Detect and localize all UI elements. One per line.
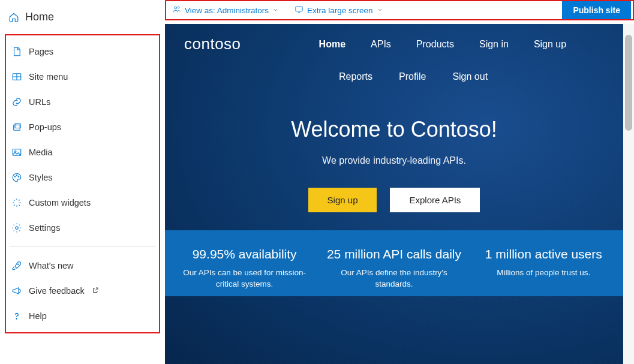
screensize-label: Extra large screen (307, 6, 373, 15)
nav-reports[interactable]: Reports (339, 71, 372, 82)
nav-signup[interactable]: Sign up (534, 39, 566, 50)
nav-signout[interactable]: Sign out (452, 71, 488, 82)
svg-rect-1 (14, 125, 20, 130)
sidebar-item-label: Media (29, 148, 53, 157)
publish-label: Publish site (573, 5, 620, 15)
publish-button[interactable]: Publish site (562, 1, 631, 19)
nav-products[interactable]: Products (416, 39, 454, 50)
stat-title: 1 million active users (474, 247, 614, 261)
viewas-label: View as: Administrators (185, 6, 269, 15)
svg-point-9 (18, 264, 19, 265)
megaphone-icon (11, 285, 23, 296)
help-icon (11, 311, 23, 321)
chevron-down-icon (272, 6, 279, 15)
svg-point-7 (18, 176, 19, 178)
svg-rect-13 (296, 7, 302, 11)
stat-users: 1 million active users Millions of peopl… (474, 247, 614, 290)
person-view-icon (172, 5, 181, 16)
nav-apis[interactable]: APIs (371, 39, 391, 50)
svg-point-5 (14, 176, 16, 178)
stat-title: 99.95% availability (175, 247, 314, 261)
sidebar-item-label: Site menu (29, 72, 68, 82)
main: View as: Administrators Extra large scre… (165, 0, 634, 364)
svg-point-12 (178, 7, 179, 8)
sidebar-item-label: Help (29, 311, 47, 321)
sidebar-item-urls[interactable]: URLs (6, 89, 159, 115)
nav-row-2: Reports Profile Sign out (184, 53, 609, 82)
svg-point-8 (16, 227, 19, 230)
stat-availability: 99.95% availability Our APIs can be used… (175, 247, 314, 290)
widget-icon (11, 197, 23, 208)
stats-row: 99.95% availability Our APIs can be used… (165, 230, 623, 296)
sidebar-item-label: Give feedback (29, 286, 85, 296)
popup-icon (11, 122, 23, 133)
explore-apis-button[interactable]: Explore APIs (390, 188, 480, 212)
media-icon (11, 147, 23, 158)
svg-point-6 (16, 175, 17, 176)
link-icon (11, 97, 23, 107)
monitor-icon (295, 5, 304, 16)
hero-buttons: Sign up Explore APIs (177, 188, 611, 212)
page-title: Home (25, 11, 54, 23)
divider (10, 246, 155, 247)
sidebar-item-feedback[interactable]: Give feedback (6, 278, 159, 303)
palette-icon (11, 172, 23, 183)
sidebar-item-media[interactable]: Media (6, 140, 159, 165)
external-link-icon (92, 286, 99, 296)
sidebar-item-styles[interactable]: Styles (6, 165, 159, 190)
stat-sub: Millions of people trust us. (474, 267, 614, 279)
nav-signin[interactable]: Sign in (479, 39, 509, 50)
sidebar-item-label: Pop-ups (29, 122, 61, 132)
sidebar: Home Pages Site menu URLs Pop-ups Media … (0, 0, 165, 364)
sidebar-item-pages[interactable]: Pages (6, 39, 159, 64)
svg-point-11 (175, 7, 177, 9)
home-icon (8, 12, 19, 23)
sidebar-item-whatsnew[interactable]: What's new (6, 253, 159, 278)
sidebar-item-label: What's new (29, 261, 74, 270)
sidebar-item-settings[interactable]: Settings (6, 215, 159, 240)
sidebar-item-widgets[interactable]: Custom widgets (6, 190, 159, 215)
hero-subtitle: We provide industry-leading APIs. (177, 155, 611, 166)
nav-row-1: Home APIs Products Sign in Sign up (319, 39, 567, 50)
sidebar-item-help[interactable]: Help (6, 303, 159, 329)
sidebar-item-label: Custom widgets (29, 198, 91, 207)
brand-logo[interactable]: contoso (184, 35, 241, 53)
screensize-dropdown[interactable]: Extra large screen (290, 5, 383, 16)
sidebar-item-label: Styles (29, 173, 53, 182)
scrollbar-thumb[interactable] (625, 35, 632, 131)
preview-wrap: contoso Home APIs Products Sign in Sign … (165, 24, 634, 364)
sidebar-item-popups[interactable]: Pop-ups (6, 115, 159, 140)
site-nav: contoso Home APIs Products Sign in Sign … (165, 24, 623, 82)
svg-point-10 (16, 318, 17, 319)
gear-icon (11, 222, 23, 233)
rocket-icon (11, 260, 23, 271)
preview-frame: contoso Home APIs Products Sign in Sign … (165, 24, 623, 364)
hero: Welcome to Contoso! We provide industry-… (165, 82, 623, 230)
nav-profile[interactable]: Profile (399, 71, 426, 82)
sidebar-item-sitemenu[interactable]: Site menu (6, 64, 159, 89)
hero-title: Welcome to Contoso! (177, 117, 611, 142)
sidebar-item-label: Pages (29, 47, 53, 56)
scrollbar[interactable] (623, 24, 634, 364)
menu-icon (11, 71, 23, 82)
page-icon (11, 46, 23, 57)
svg-rect-2 (15, 124, 20, 128)
stat-sub: Our APIs define the industry's standards… (324, 267, 464, 290)
nav-home[interactable]: Home (319, 39, 345, 50)
stat-apicalls: 25 million API calls daily Our APIs defi… (324, 247, 464, 290)
chevron-down-icon (377, 6, 383, 15)
sidebar-item-label: URLs (29, 97, 50, 107)
topbar: View as: Administrators Extra large scre… (165, 0, 634, 20)
sidebar-group: Pages Site menu URLs Pop-ups Media Style… (5, 34, 160, 333)
stat-title: 25 million API calls daily (324, 247, 464, 261)
viewas-dropdown[interactable]: View as: Administrators (167, 5, 279, 16)
home-header[interactable]: Home (0, 7, 165, 32)
stat-sub: Our APIs can be used for mission-critica… (175, 267, 314, 290)
sidebar-item-label: Settings (29, 223, 60, 233)
signup-button[interactable]: Sign up (308, 188, 377, 212)
